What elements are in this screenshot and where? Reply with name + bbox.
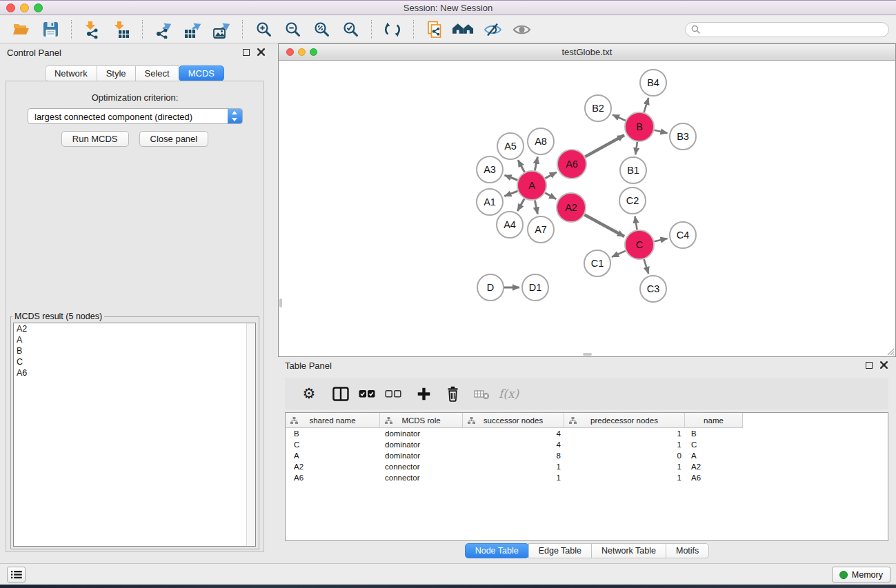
refresh-button[interactable] bbox=[381, 19, 404, 41]
table-cell: A2 bbox=[685, 463, 743, 471]
graph-edge-A-A7[interactable] bbox=[535, 201, 537, 214]
table-cell: connector bbox=[380, 463, 463, 471]
column-header-name[interactable]: name bbox=[685, 413, 743, 428]
result-item[interactable]: A6 bbox=[14, 367, 255, 378]
delete-table-button[interactable] bbox=[468, 388, 495, 400]
tab-select[interactable]: Select bbox=[135, 65, 179, 81]
tab-network-table[interactable]: Network Table bbox=[591, 543, 666, 558]
tab-node-table[interactable]: Node Table bbox=[465, 543, 529, 558]
memory-button[interactable]: Memory bbox=[832, 567, 890, 582]
table-row[interactable]: A6connector11A6 bbox=[286, 472, 888, 483]
attribute-icon bbox=[385, 417, 392, 424]
result-item[interactable]: A bbox=[14, 334, 255, 345]
table-row[interactable]: A2connector11A2 bbox=[286, 461, 888, 472]
graph-edge-A-A4[interactable] bbox=[517, 199, 524, 211]
graph-edge-C-C4[interactable] bbox=[654, 239, 667, 241]
graph-edge-C-C3[interactable] bbox=[644, 259, 649, 274]
search-input[interactable] bbox=[704, 25, 883, 34]
network-hscroll-thumb[interactable] bbox=[583, 353, 592, 356]
zoom-out-icon bbox=[284, 21, 301, 38]
criterion-dropdown[interactable]: largest connected component (directed) bbox=[28, 108, 243, 124]
column-header-predecessor-nodes[interactable]: predecessor nodes bbox=[564, 413, 685, 428]
show-eye-button[interactable] bbox=[510, 19, 532, 41]
create-column-button[interactable] bbox=[410, 387, 437, 401]
result-item[interactable]: A2 bbox=[14, 323, 255, 334]
export-image-button[interactable] bbox=[210, 19, 232, 41]
column-header-successor-nodes[interactable]: successor nodes bbox=[463, 413, 564, 428]
eye-icon bbox=[512, 22, 531, 37]
table-cell: B bbox=[286, 429, 380, 438]
graph-edge-A6-B[interactable] bbox=[585, 135, 624, 156]
function-builder-button[interactable]: f(x) bbox=[499, 387, 519, 401]
tab-edge-table[interactable]: Edge Table bbox=[528, 543, 592, 558]
table-cell: 1 bbox=[463, 463, 564, 471]
export-table-button[interactable] bbox=[181, 19, 203, 41]
graph-edge-A2-C[interactable] bbox=[584, 215, 624, 236]
graph-edge-C-C2[interactable] bbox=[635, 216, 637, 230]
tab-network[interactable]: Network bbox=[45, 65, 97, 81]
graph-edge-A-A1[interactable] bbox=[504, 191, 517, 196]
result-item[interactable]: C bbox=[14, 356, 255, 367]
export-network-button[interactable] bbox=[152, 19, 175, 41]
select-all-button[interactable] bbox=[354, 389, 380, 399]
eye-slash-icon bbox=[484, 22, 502, 37]
zoom-fit-button[interactable] bbox=[310, 19, 332, 41]
table-cell: A6 bbox=[685, 474, 743, 482]
table-settings-button[interactable]: ⚙ bbox=[296, 387, 322, 401]
graph-edge-A-A3[interactable] bbox=[505, 175, 518, 180]
close-panel-icon[interactable] bbox=[257, 48, 265, 56]
table-toolbar: ⚙ f(x) bbox=[285, 378, 888, 409]
close-panel-button[interactable]: Close panel bbox=[139, 131, 209, 147]
graph-edge-C-C1[interactable] bbox=[612, 251, 626, 257]
import-network-button[interactable] bbox=[81, 19, 103, 41]
table-row[interactable]: Adominator80A bbox=[286, 450, 888, 461]
graph-edge-B-B3[interactable] bbox=[654, 130, 667, 133]
show-columns-button[interactable] bbox=[328, 387, 354, 401]
search-icon bbox=[691, 25, 700, 34]
clone-network-button[interactable] bbox=[424, 19, 446, 41]
table-row[interactable]: Bdominator41B bbox=[286, 428, 888, 439]
control-panel-title: Control Panel bbox=[7, 48, 61, 58]
graph-edge-A-A2[interactable] bbox=[545, 193, 556, 199]
zoom-in-button[interactable] bbox=[252, 19, 275, 41]
mcds-result-list[interactable]: A2 A B C A6 bbox=[13, 323, 256, 547]
save-session-button[interactable] bbox=[39, 19, 61, 41]
float-panel-icon[interactable] bbox=[866, 362, 873, 369]
deselect-all-button[interactable] bbox=[380, 389, 406, 399]
graph-edge-B-B4[interactable] bbox=[644, 98, 649, 112]
column-header-shared-name[interactable]: shared name bbox=[286, 413, 380, 428]
float-panel-icon[interactable] bbox=[243, 49, 250, 56]
graph-edge-A-A5[interactable] bbox=[518, 160, 525, 172]
result-scrollbar[interactable] bbox=[246, 323, 255, 546]
close-panel-icon[interactable] bbox=[880, 361, 888, 369]
result-item[interactable]: B bbox=[14, 345, 255, 356]
table-row[interactable]: Cdominator41C bbox=[286, 439, 888, 450]
zoom-out-button[interactable] bbox=[281, 19, 303, 41]
table-cell: 4 bbox=[463, 440, 564, 449]
home-view-button[interactable] bbox=[452, 19, 475, 41]
network-canvas[interactable]: B4B2BB3A8A5A6A3B1AC2A1A2A4A7C4CC1DD1C3 bbox=[279, 61, 895, 356]
zoom-selected-button[interactable] bbox=[339, 19, 361, 41]
graph-node-label: C2 bbox=[626, 195, 639, 206]
search-field[interactable] bbox=[685, 22, 889, 37]
resize-grip[interactable] bbox=[886, 347, 895, 356]
zoom-in-icon bbox=[255, 21, 272, 38]
desktop-background bbox=[0, 585, 896, 588]
open-session-button[interactable] bbox=[10, 19, 32, 41]
graph-edge-A-A8[interactable] bbox=[535, 157, 537, 171]
hide-glasses-button[interactable] bbox=[481, 19, 504, 41]
graph-edge-B-B2[interactable] bbox=[613, 114, 626, 121]
tab-motifs[interactable]: Motifs bbox=[666, 543, 709, 558]
graph-edge-A-A6[interactable] bbox=[545, 172, 557, 179]
dropdown-stepper-icon[interactable] bbox=[228, 109, 242, 123]
task-history-button[interactable] bbox=[7, 567, 26, 582]
run-mcds-button[interactable]: Run MCDS bbox=[61, 131, 129, 147]
tab-mcds[interactable]: MCDS bbox=[179, 65, 224, 81]
delete-column-button[interactable] bbox=[439, 386, 466, 402]
column-header-mcds-role[interactable]: MCDS role bbox=[380, 413, 463, 428]
tab-style[interactable]: Style bbox=[97, 65, 136, 81]
import-table-button[interactable] bbox=[110, 19, 132, 41]
network-vscroll-thumb[interactable] bbox=[279, 298, 282, 307]
graph-edge-B-B1[interactable] bbox=[635, 142, 637, 154]
memory-status-icon bbox=[839, 571, 848, 579]
